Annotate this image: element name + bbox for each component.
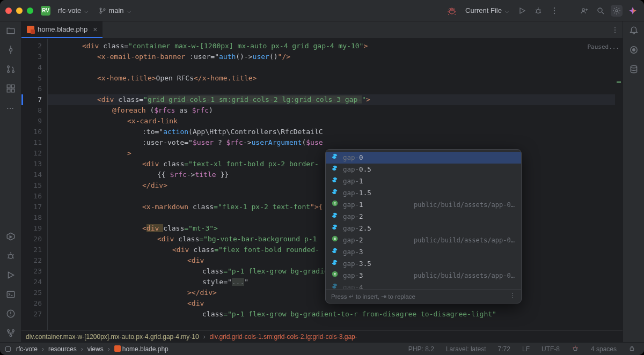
maximize-window-button[interactable] [27,8,33,14]
crumb-resources[interactable]: resources [48,345,77,353]
css-class-icon: # [331,270,339,281]
completion-item[interactable]: gap-2 [326,211,521,223]
code-with-me-icon[interactable] [579,5,590,17]
run-tool-icon[interactable] [6,270,16,280]
chevron-icon: › [203,333,206,341]
project-selector[interactable]: rfc-vote [55,5,91,16]
tailwind-icon [331,282,339,289]
status-caret-pos[interactable]: 7:72 [495,345,514,353]
database-tool-icon[interactable] [629,64,639,74]
tab-options-icon[interactable] [608,21,623,38]
blade-file-icon [27,26,34,33]
completion-list[interactable]: gap-0gap-0.5gap-1gap-1.5#gap-1public/bui… [326,150,521,289]
status-reader-mode-icon[interactable] [568,345,582,353]
completion-item-location: public/build/assets/app-06147f99.css:1 [414,270,516,281]
problems-tool-icon[interactable] [6,309,16,319]
completion-item[interactable]: gap-1 [326,175,521,187]
debug-bug-icon[interactable] [446,5,458,17]
tailwind-icon [331,152,339,163]
project-tool-icon[interactable] [6,26,16,35]
completion-item[interactable]: #gap-2public/build/assets/app-06147f99.c… [326,234,521,246]
close-window-button[interactable] [5,8,12,14]
line-number: 15 [21,180,42,191]
completion-item[interactable]: gap-2.5 [326,223,521,234]
settings-gear-icon[interactable] [611,5,623,17]
crumb-project[interactable]: rfc-vote [16,345,38,353]
services-tool-icon[interactable] [6,232,16,241]
run-config-selector[interactable]: Current File [462,5,512,16]
structure-path-1[interactable]: div.container.max-w-[1200px].mx-auto.px-… [26,333,199,341]
completion-item[interactable]: gap-1.5 [326,187,521,199]
status-encoding[interactable]: UTF-8 [538,345,563,353]
css-class-icon: # [331,199,339,210]
status-line-sep[interactable]: LF [519,345,533,353]
editor-tabs: home.blade.php × [21,21,623,39]
completion-item[interactable]: gap-0.5 [326,164,521,175]
completion-item[interactable]: gap-0 [326,152,521,164]
line-number: 23 [21,266,42,277]
svg-point-22 [12,330,14,332]
editor-tab-home-blade[interactable]: home.blade.php × [21,21,103,38]
completion-item[interactable]: #gap-1public/build/assets/app-06147f99.c… [326,199,521,211]
svg-point-18 [9,254,13,258]
svg-point-21 [7,330,9,332]
tab-filename: home.blade.php [38,25,87,33]
inspection-paused-label: Paused... [587,42,619,53]
completion-item[interactable]: gap-3 [326,246,521,258]
debug-tool-icon[interactable] [6,251,16,261]
line-number: 16 [21,191,42,202]
crumb-views[interactable]: views [87,345,104,353]
line-number: 10 [21,127,42,137]
completion-popup: gap-0gap-0.5gap-1gap-1.5#gap-1public/bui… [325,149,522,304]
debug-icon[interactable] [532,5,544,17]
line-number: 12 [21,148,42,159]
svg-point-1 [100,12,101,13]
more-tool-windows-icon[interactable]: ··· [6,103,16,113]
right-toolbar [623,21,644,342]
terminal-tool-icon[interactable] [6,290,16,299]
svg-point-38 [631,65,636,68]
code-editor[interactable]: 2345678910111213141516171819202122232425… [21,39,623,330]
completion-item-label: gap-3 [343,247,363,257]
path-breadcrumbs[interactable]: rfc-vote resources views home.blade.php [16,345,169,353]
vcs-tool-icon[interactable] [6,328,16,338]
close-tab-icon[interactable]: × [93,26,97,33]
completion-options-icon[interactable] [509,291,516,302]
completion-item[interactable]: gap-3.5 [326,258,521,270]
ai-tool-icon[interactable] [629,45,639,55]
svg-point-25 [614,29,616,31]
run-icon[interactable] [516,5,528,17]
svg-point-35 [512,297,513,298]
stripe-mark[interactable] [617,82,621,83]
status-lock-icon[interactable] [625,345,639,353]
structure-tool-icon[interactable] [6,84,16,93]
line-number: 21 [21,245,42,255]
completion-hint: Press ↵ to insert, ⇥ to replace [331,291,415,302]
notifications-icon[interactable] [629,26,639,35]
ai-assistant-icon[interactable] [627,5,639,17]
pull-requests-icon[interactable] [6,64,16,74]
structure-path-2[interactable]: div.grid.grid-cols-1.sm:grid-cols-2.lg:g… [210,333,357,341]
completion-item-label: gap-2 [343,211,363,222]
completion-item[interactable]: #gap-3public/build/assets/app-06147f99.c… [326,270,521,282]
commit-tool-icon[interactable] [6,45,16,55]
line-number: 22 [21,255,42,266]
error-stripe[interactable] [615,39,623,330]
search-everywhere-icon[interactable] [595,5,606,17]
line-number: 27 [21,309,42,320]
tailwind-icon [331,211,339,222]
status-php[interactable]: PHP: 8.2 [405,345,437,353]
tool-windows-toggle-icon[interactable] [5,346,11,352]
structure-breadcrumb[interactable]: div.container.max-w-[1200px].mx-auto.px-… [21,330,623,342]
left-toolbar: ··· [0,21,21,342]
status-laravel[interactable]: Laravel: latest [443,345,489,353]
minimize-window-button[interactable] [16,8,23,14]
completion-item[interactable]: gap-4 [326,282,521,289]
git-branch-selector[interactable]: main [96,5,134,16]
line-number: 3 [21,51,42,62]
status-indent[interactable]: 4 spaces [588,345,620,353]
more-actions-icon[interactable] [548,5,560,17]
crumb-file[interactable]: home.blade.php [114,345,169,353]
line-number: 19 [21,223,42,234]
ide-window: RV rfc-vote main Current File [0,0,644,355]
